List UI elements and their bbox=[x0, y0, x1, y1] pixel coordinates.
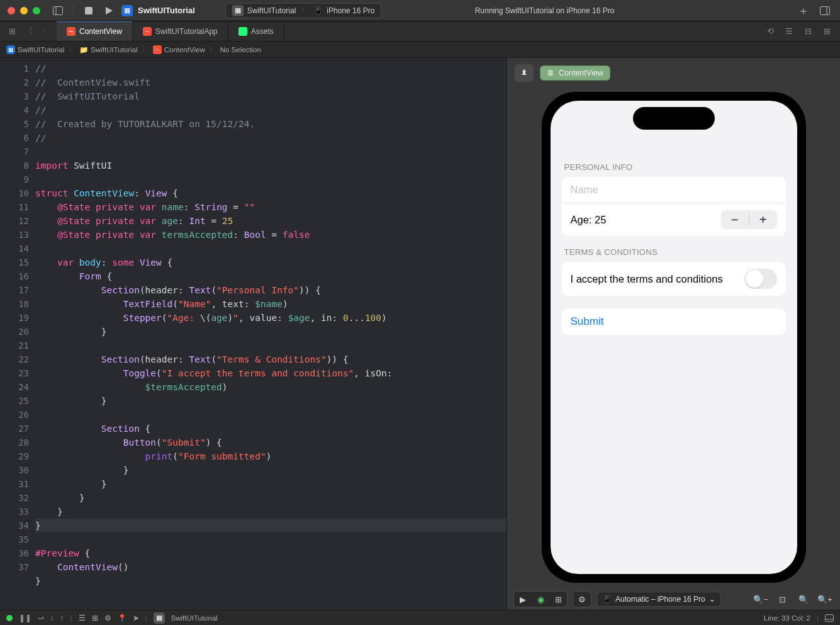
device-bezel: PERSONAL INFO Name Age: 25 − + bbox=[542, 92, 806, 583]
svg-rect-2 bbox=[85, 7, 92, 14]
selectable-preview-button[interactable]: ◉ bbox=[532, 592, 549, 607]
project-icon: ▦ bbox=[121, 5, 133, 16]
preview-toolbar: ▶ ◉ ⊞ ⚙ 📱 Automatic – iPhone 16 Pro ⌄ 🔍−… bbox=[507, 588, 840, 610]
terms-toggle-row: I accept the terms and conditions bbox=[562, 262, 786, 296]
scheme-selector[interactable]: ▦ SwiftUITutorial bbox=[121, 5, 195, 16]
swift-file-icon: ~ bbox=[153, 45, 162, 54]
breadcrumb-label: SwiftUITutorial bbox=[91, 46, 137, 53]
preview-device-select[interactable]: 📱 Automatic – iPhone 16 Pro ⌄ bbox=[596, 592, 721, 607]
refresh-icon[interactable]: ⟲ bbox=[763, 25, 777, 38]
send-icon[interactable]: ➤ bbox=[133, 614, 139, 622]
console-toggle-icon[interactable] bbox=[825, 614, 834, 622]
related-items-button[interactable]: ⊞ bbox=[5, 25, 19, 38]
section-header-personal: PERSONAL INFO bbox=[564, 162, 783, 172]
breadcrumb-label: ContentView bbox=[164, 46, 205, 53]
device-icon: 📱 bbox=[602, 595, 612, 604]
code-editor[interactable]: 1234567891011121314151617181920212223242… bbox=[0, 58, 507, 610]
adjust-editor-button[interactable]: ⊟ bbox=[801, 25, 815, 38]
project-icon: ▦ bbox=[6, 45, 15, 54]
memory-graph-icon[interactable]: ⊞ bbox=[92, 614, 98, 622]
scheme-icon: ▦ bbox=[232, 5, 244, 16]
activity-status: Running SwiftUITutorial on iPhone 16 Pro bbox=[475, 6, 615, 15]
pin-preview-button[interactable] bbox=[515, 64, 534, 82]
document-icon: 🗎 bbox=[547, 69, 555, 77]
svg-rect-6 bbox=[826, 614, 834, 621]
chevron-down-icon: ⌄ bbox=[709, 595, 715, 604]
step-out-icon[interactable]: ↑ bbox=[60, 614, 64, 622]
nav-forward-button[interactable]: 〉 bbox=[38, 25, 52, 38]
tab-label: SwiftUITutorialApp bbox=[155, 27, 218, 36]
breadcrumb-label: SwiftUITutorial bbox=[18, 46, 64, 53]
assets-icon bbox=[238, 27, 247, 36]
editor-tab[interactable]: Assets bbox=[228, 21, 284, 41]
minimize-window-button[interactable] bbox=[20, 7, 28, 14]
preview-selector[interactable]: 🗎 ContentView bbox=[540, 65, 610, 81]
editor-tab[interactable]: ~SwiftUITutorialApp bbox=[133, 21, 228, 41]
device-icon: 📱 bbox=[313, 6, 323, 15]
submit-button[interactable]: Submit bbox=[562, 308, 786, 335]
cursor-position: Line: 33 Col: 2 bbox=[764, 614, 810, 622]
editor-tabbar: ⊞ 〈 〉 ~ContentView~SwiftUITutorialAppAss… bbox=[0, 21, 840, 42]
add-button[interactable]: ＋ bbox=[796, 3, 811, 18]
code-area[interactable]: //// ContentView.swift// SwiftUITutorial… bbox=[35, 58, 507, 610]
section-header-terms: TERMS & CONDITIONS bbox=[564, 247, 783, 257]
submit-label: Submit bbox=[571, 315, 604, 328]
name-placeholder: Name bbox=[571, 184, 598, 196]
debug-view-icon[interactable]: ☰ bbox=[79, 614, 86, 622]
step-into-icon[interactable]: ↓ bbox=[50, 614, 54, 622]
step-over-icon[interactable]: ⤻ bbox=[38, 614, 44, 622]
run-destination-selector[interactable]: ▦ SwiftUITutorial 〉 📱 iPhone 16 Pro bbox=[225, 3, 382, 18]
folder-icon: 📁 bbox=[79, 45, 88, 54]
zoom-in-button[interactable]: 🔍+ bbox=[816, 592, 834, 607]
swift-file-icon: ~ bbox=[143, 27, 152, 36]
breadcrumb-item[interactable]: ~ContentView bbox=[153, 45, 205, 54]
breadcrumb-label: No Selection bbox=[220, 46, 261, 53]
dynamic-island bbox=[633, 107, 715, 130]
jump-bar[interactable]: ▦SwiftUITutorial〉📁SwiftUITutorial〉~Conte… bbox=[0, 42, 840, 58]
zoom-window-button[interactable] bbox=[33, 7, 40, 14]
preview-badge-label: ContentView bbox=[559, 69, 603, 77]
nav-back-button[interactable]: 〈 bbox=[21, 25, 35, 38]
breadcrumb-item[interactable]: No Selection bbox=[220, 46, 261, 53]
debug-bar: ❚❚ ⤻ ↓ ↑ | ☰ ⊞ ⚙ 📍 ➤ | ▦ SwiftUITutorial… bbox=[0, 610, 840, 625]
project-name: SwiftUITutorial bbox=[138, 6, 195, 15]
live-preview-button[interactable]: ▶ bbox=[514, 592, 532, 607]
process-name[interactable]: SwiftUITutorial bbox=[171, 614, 218, 622]
device-settings-button[interactable]: ⚙ bbox=[573, 592, 591, 607]
name-textfield[interactable]: Name bbox=[562, 177, 786, 203]
breadcrumb-separator: 〉 bbox=[142, 45, 149, 54]
editor-tab[interactable]: ~ContentView bbox=[57, 21, 133, 41]
navigator-toggle-button[interactable] bbox=[50, 3, 65, 18]
pause-icon[interactable]: ❚❚ bbox=[19, 614, 31, 622]
stop-button[interactable] bbox=[81, 3, 96, 18]
run-button[interactable] bbox=[101, 3, 116, 18]
svg-marker-3 bbox=[106, 7, 113, 14]
tab-label: Assets bbox=[251, 27, 274, 36]
environment-icon[interactable]: ⚙ bbox=[104, 614, 111, 622]
process-icon: ▦ bbox=[154, 612, 165, 624]
breadcrumb-item[interactable]: 📁SwiftUITutorial bbox=[79, 45, 137, 54]
close-window-button[interactable] bbox=[8, 7, 15, 14]
stepper-minus-button[interactable]: − bbox=[721, 210, 749, 229]
terms-toggle[interactable] bbox=[744, 269, 777, 289]
preview-pane: 🗎 ContentView PERSONAL INFO Name bbox=[507, 58, 840, 610]
device-screen[interactable]: PERSONAL INFO Name Age: 25 − + bbox=[551, 101, 797, 574]
preview-canvas[interactable]: PERSONAL INFO Name Age: 25 − + bbox=[507, 88, 840, 588]
zoom-actual-button[interactable]: 🔍 bbox=[795, 592, 812, 607]
minimap-toggle-icon[interactable]: ☰ bbox=[782, 25, 796, 38]
simulate-location-icon[interactable]: 📍 bbox=[118, 614, 126, 622]
stepper-plus-button[interactable]: + bbox=[749, 210, 777, 229]
svg-rect-4 bbox=[820, 6, 829, 14]
add-editor-button[interactable]: ⊞ bbox=[820, 25, 834, 38]
breadcrumb-item[interactable]: ▦SwiftUITutorial bbox=[6, 45, 64, 54]
terms-label: I accept the terms and conditions bbox=[571, 273, 723, 285]
age-stepper-row: Age: 25 − + bbox=[562, 203, 786, 236]
zoom-fit-button[interactable]: ⊡ bbox=[773, 592, 791, 607]
swift-file-icon: ~ bbox=[67, 27, 76, 36]
preview-device-label: Automatic – iPhone 16 Pro bbox=[615, 595, 705, 604]
breadcrumb-separator: 〉 bbox=[209, 45, 216, 54]
svg-rect-0 bbox=[53, 6, 63, 14]
zoom-out-button[interactable]: 🔍− bbox=[752, 592, 770, 607]
variants-preview-button[interactable]: ⊞ bbox=[549, 592, 567, 607]
inspector-toggle-button[interactable] bbox=[817, 3, 832, 18]
